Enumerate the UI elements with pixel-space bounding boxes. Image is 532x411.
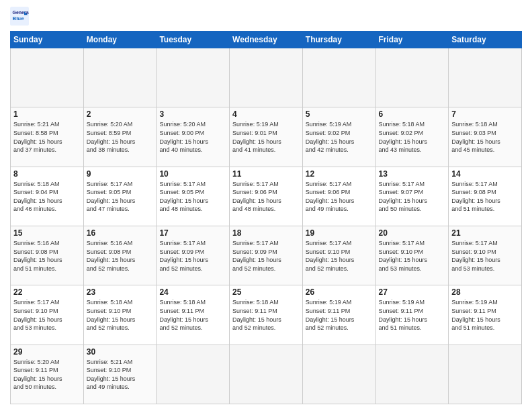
day-number: 26 bbox=[306, 287, 373, 297]
day-number: 3 bbox=[159, 109, 226, 119]
table-row bbox=[11, 48, 84, 107]
table-row: 1Sunrise: 5:21 AM Sunset: 8:58 PM Daylig… bbox=[11, 107, 84, 167]
day-number: 14 bbox=[451, 169, 519, 179]
day-info: Sunrise: 5:19 AM Sunset: 9:01 PM Dayligh… bbox=[232, 120, 300, 154]
day-number: 24 bbox=[159, 287, 226, 297]
day-number: 5 bbox=[306, 109, 373, 119]
col-sunday: Sunday bbox=[11, 32, 84, 48]
calendar-row: 8Sunrise: 5:18 AM Sunset: 9:04 PM Daylig… bbox=[11, 167, 522, 226]
table-row: 23Sunrise: 5:18 AM Sunset: 9:10 PM Dayli… bbox=[83, 285, 157, 345]
day-number: 1 bbox=[13, 109, 81, 119]
day-info: Sunrise: 5:18 AM Sunset: 9:11 PM Dayligh… bbox=[159, 298, 226, 332]
day-info: Sunrise: 5:19 AM Sunset: 9:11 PM Dayligh… bbox=[379, 298, 446, 332]
day-info: Sunrise: 5:17 AM Sunset: 9:09 PM Dayligh… bbox=[232, 239, 300, 273]
day-info: Sunrise: 5:17 AM Sunset: 9:10 PM Dayligh… bbox=[13, 298, 81, 332]
table-row: 11Sunrise: 5:17 AM Sunset: 9:06 PM Dayli… bbox=[230, 167, 303, 226]
col-saturday: Saturday bbox=[449, 32, 522, 48]
table-row: 24Sunrise: 5:18 AM Sunset: 9:11 PM Dayli… bbox=[157, 285, 230, 345]
table-row: 17Sunrise: 5:17 AM Sunset: 9:09 PM Dayli… bbox=[157, 226, 230, 285]
day-number: 28 bbox=[451, 287, 519, 297]
calendar-row bbox=[11, 48, 522, 107]
day-number: 9 bbox=[87, 169, 154, 179]
table-row: 10Sunrise: 5:17 AM Sunset: 9:05 PM Dayli… bbox=[157, 167, 230, 226]
table-row bbox=[83, 48, 157, 107]
day-info: Sunrise: 5:19 AM Sunset: 9:11 PM Dayligh… bbox=[306, 298, 373, 332]
col-wednesday: Wednesday bbox=[230, 32, 303, 48]
day-info: Sunrise: 5:20 AM Sunset: 9:00 PM Dayligh… bbox=[159, 120, 226, 154]
day-number: 6 bbox=[379, 109, 446, 119]
table-row: 25Sunrise: 5:18 AM Sunset: 9:11 PM Dayli… bbox=[230, 285, 303, 345]
day-info: Sunrise: 5:17 AM Sunset: 9:05 PM Dayligh… bbox=[87, 180, 154, 214]
day-info: Sunrise: 5:17 AM Sunset: 9:06 PM Dayligh… bbox=[306, 180, 373, 214]
logo-icon: General Blue bbox=[10, 7, 29, 26]
table-row: 15Sunrise: 5:16 AM Sunset: 9:08 PM Dayli… bbox=[11, 226, 84, 285]
table-row bbox=[157, 48, 230, 107]
day-info: Sunrise: 5:17 AM Sunset: 9:06 PM Dayligh… bbox=[232, 180, 300, 214]
table-row: 27Sunrise: 5:19 AM Sunset: 9:11 PM Dayli… bbox=[375, 285, 449, 345]
col-tuesday: Tuesday bbox=[157, 32, 230, 48]
day-number: 17 bbox=[159, 228, 226, 238]
day-number: 18 bbox=[232, 228, 300, 238]
day-info: Sunrise: 5:17 AM Sunset: 9:10 PM Dayligh… bbox=[306, 239, 373, 273]
calendar-row: 29Sunrise: 5:20 AM Sunset: 9:11 PM Dayli… bbox=[11, 345, 522, 404]
day-number: 10 bbox=[159, 169, 226, 179]
day-info: Sunrise: 5:17 AM Sunset: 9:10 PM Dayligh… bbox=[451, 239, 519, 273]
day-info: Sunrise: 5:21 AM Sunset: 8:58 PM Dayligh… bbox=[13, 120, 81, 154]
day-number: 19 bbox=[306, 228, 373, 238]
calendar-table: Sunday Monday Tuesday Wednesday Thursday… bbox=[10, 31, 522, 404]
day-number: 21 bbox=[451, 228, 519, 238]
table-row bbox=[230, 345, 303, 404]
table-row bbox=[449, 48, 522, 107]
col-monday: Monday bbox=[83, 32, 157, 48]
table-row: 30Sunrise: 5:21 AM Sunset: 9:10 PM Dayli… bbox=[83, 345, 157, 404]
day-info: Sunrise: 5:18 AM Sunset: 9:02 PM Dayligh… bbox=[379, 120, 446, 154]
day-number: 22 bbox=[13, 287, 81, 297]
day-info: Sunrise: 5:20 AM Sunset: 8:59 PM Dayligh… bbox=[87, 120, 154, 154]
table-row: 14Sunrise: 5:17 AM Sunset: 9:08 PM Dayli… bbox=[449, 167, 522, 226]
day-number: 4 bbox=[232, 109, 300, 119]
day-info: Sunrise: 5:16 AM Sunset: 9:08 PM Dayligh… bbox=[87, 239, 154, 273]
day-number: 12 bbox=[306, 169, 373, 179]
day-info: Sunrise: 5:17 AM Sunset: 9:07 PM Dayligh… bbox=[379, 180, 446, 214]
day-number: 2 bbox=[87, 109, 154, 119]
day-info: Sunrise: 5:18 AM Sunset: 9:03 PM Dayligh… bbox=[451, 120, 519, 154]
table-row: 7Sunrise: 5:18 AM Sunset: 9:03 PM Daylig… bbox=[449, 107, 522, 167]
day-info: Sunrise: 5:19 AM Sunset: 9:11 PM Dayligh… bbox=[451, 298, 519, 332]
table-row bbox=[302, 345, 375, 404]
col-friday: Friday bbox=[375, 32, 449, 48]
table-row: 21Sunrise: 5:17 AM Sunset: 9:10 PM Dayli… bbox=[449, 226, 522, 285]
day-number: 15 bbox=[13, 228, 81, 238]
day-info: Sunrise: 5:18 AM Sunset: 9:10 PM Dayligh… bbox=[87, 298, 154, 332]
table-row: 22Sunrise: 5:17 AM Sunset: 9:10 PM Dayli… bbox=[11, 285, 84, 345]
day-info: Sunrise: 5:17 AM Sunset: 9:08 PM Dayligh… bbox=[451, 180, 519, 214]
table-row: 2Sunrise: 5:20 AM Sunset: 8:59 PM Daylig… bbox=[83, 107, 157, 167]
day-number: 29 bbox=[13, 347, 81, 357]
page: General Blue Sunday Monday Tuesday Wedne… bbox=[0, 0, 532, 411]
logo: General Blue bbox=[10, 7, 32, 26]
day-info: Sunrise: 5:17 AM Sunset: 9:10 PM Dayligh… bbox=[379, 239, 446, 273]
calendar-row: 1Sunrise: 5:21 AM Sunset: 8:58 PM Daylig… bbox=[11, 107, 522, 167]
day-info: Sunrise: 5:18 AM Sunset: 9:11 PM Dayligh… bbox=[232, 298, 300, 332]
table-row: 13Sunrise: 5:17 AM Sunset: 9:07 PM Dayli… bbox=[375, 167, 449, 226]
day-number: 11 bbox=[232, 169, 300, 179]
day-info: Sunrise: 5:17 AM Sunset: 9:05 PM Dayligh… bbox=[159, 180, 226, 214]
day-number: 13 bbox=[379, 169, 446, 179]
day-info: Sunrise: 5:19 AM Sunset: 9:02 PM Dayligh… bbox=[306, 120, 373, 154]
day-info: Sunrise: 5:16 AM Sunset: 9:08 PM Dayligh… bbox=[13, 239, 81, 273]
table-row: 29Sunrise: 5:20 AM Sunset: 9:11 PM Dayli… bbox=[11, 345, 84, 404]
table-row: 28Sunrise: 5:19 AM Sunset: 9:11 PM Dayli… bbox=[449, 285, 522, 345]
table-row bbox=[375, 48, 449, 107]
table-row bbox=[302, 48, 375, 107]
day-info: Sunrise: 5:18 AM Sunset: 9:04 PM Dayligh… bbox=[13, 180, 81, 214]
table-row bbox=[375, 345, 449, 404]
day-number: 30 bbox=[87, 347, 154, 357]
table-row: 3Sunrise: 5:20 AM Sunset: 9:00 PM Daylig… bbox=[157, 107, 230, 167]
col-thursday: Thursday bbox=[302, 32, 375, 48]
table-row: 4Sunrise: 5:19 AM Sunset: 9:01 PM Daylig… bbox=[230, 107, 303, 167]
day-number: 25 bbox=[232, 287, 300, 297]
day-number: 23 bbox=[87, 287, 154, 297]
table-row bbox=[230, 48, 303, 107]
table-row: 5Sunrise: 5:19 AM Sunset: 9:02 PM Daylig… bbox=[302, 107, 375, 167]
table-row: 9Sunrise: 5:17 AM Sunset: 9:05 PM Daylig… bbox=[83, 167, 157, 226]
header: General Blue bbox=[10, 7, 522, 26]
